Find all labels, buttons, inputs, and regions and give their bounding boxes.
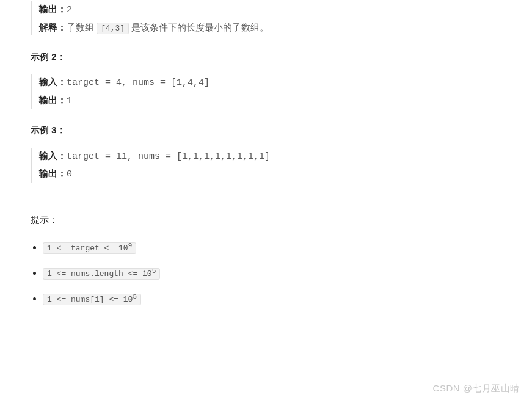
hint-exp: 5 — [152, 267, 156, 275]
example-3-output: 输出：0 — [39, 165, 508, 183]
output-value: 2 — [67, 5, 72, 15]
example-3-block: 输入：target = 11, nums = [1,1,1,1,1,1,1,1]… — [31, 148, 508, 183]
hint-base: 1 <= target <= 10 — [47, 244, 128, 253]
hint-base: 1 <= nums[i] <= 10 — [47, 295, 133, 304]
output-label: 输出： — [39, 168, 67, 178]
example-2-block: 输入：target = 4, nums = [1,4,4] 输出：1 — [31, 74, 508, 109]
output-label: 输出： — [39, 95, 67, 105]
hint-item-3: 1 <= nums[i] <= 105 — [43, 291, 508, 307]
hint-code-2: 1 <= nums.length <= 105 — [43, 268, 160, 280]
example-1-explain: 解释：子数组 [4,3] 是该条件下的长度最小的子数组。 — [39, 20, 508, 35]
hint-exp: 5 — [133, 293, 137, 300]
example-3-heading: 示例 3： — [31, 122, 508, 138]
example-2-heading: 示例 2： — [31, 49, 508, 65]
watermark: CSDN @七月巫山晴 — [433, 380, 520, 396]
output-label: 输出： — [39, 4, 67, 14]
example-3-input: 输入：target = 11, nums = [1,1,1,1,1,1,1,1] — [39, 148, 508, 165]
explain-prefix: 子数组 — [67, 22, 97, 32]
input-value: target = 11, nums = [1,1,1,1,1,1,1,1] — [67, 151, 270, 162]
problem-content: 输出：2 解释：子数组 [4,3] 是该条件下的长度最小的子数组。 示例 2： … — [0, 1, 532, 307]
hints-list: 1 <= target <= 109 1 <= nums.length <= 1… — [43, 239, 508, 307]
explain-suffix: 是该条件下的长度最小的子数组。 — [129, 22, 269, 32]
hint-code-3: 1 <= nums[i] <= 105 — [43, 294, 141, 305]
output-value: 0 — [67, 169, 72, 180]
example-2-input: 输入：target = 4, nums = [1,4,4] — [39, 74, 508, 91]
input-label: 输入： — [39, 76, 67, 87]
hint-code-1: 1 <= target <= 109 — [43, 242, 136, 254]
explain-code: [4,3] — [97, 23, 129, 34]
input-value: target = 4, nums = [1,4,4] — [67, 78, 210, 88]
output-value: 1 — [67, 96, 72, 106]
hint-base: 1 <= nums.length <= 10 — [47, 269, 152, 278]
hint-exp: 9 — [128, 242, 133, 249]
hint-item-2: 1 <= nums.length <= 105 — [43, 265, 508, 281]
input-label: 输入： — [39, 150, 67, 161]
explain-label: 解释： — [39, 22, 67, 32]
example-1-block: 输出：2 解释：子数组 [4,3] 是该条件下的长度最小的子数组。 — [31, 1, 508, 35]
hints-heading: 提示： — [31, 212, 508, 228]
example-1-output: 输出：2 — [39, 1, 508, 18]
example-2-output: 输出：1 — [39, 92, 508, 109]
hint-item-1: 1 <= target <= 109 — [43, 239, 508, 255]
